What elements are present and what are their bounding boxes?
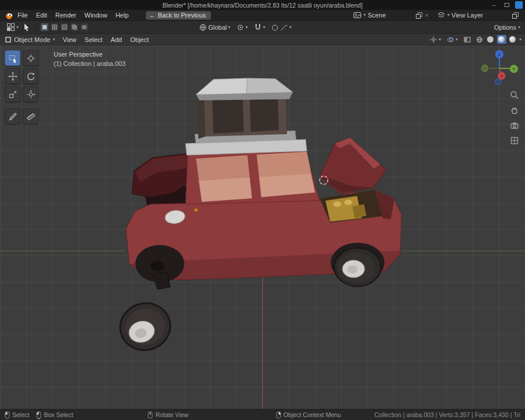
measure-tool[interactable] [23,108,38,124]
view-layer-chevron-icon[interactable]: ▾ [447,13,450,18]
scale-tool[interactable] [5,86,20,102]
annotate-pencil-icon [8,112,18,121]
select-mode-intersect-icon[interactable] [80,23,89,32]
back-to-previous-button[interactable]: ← Back to Previous [146,11,212,20]
menu-object[interactable]: Object [126,36,153,43]
xray-toggle[interactable] [461,35,473,44]
cursor-crosshair-icon [26,54,36,63]
overlays-dropdown[interactable]: ▾ [444,35,460,44]
scene-icon[interactable] [353,11,362,19]
hint-select: Select [5,411,29,419]
scene-stats: Collection | araba.003 | Verts:3,357 | F… [374,411,520,418]
select-mode-set-icon[interactable] [40,23,49,32]
viewport-nav-controls [509,90,520,146]
ortho-toggle-icon[interactable] [509,135,520,146]
maximize-icon [505,3,509,7]
tool-settings-bar: ▾ Global ▾ ▾ ▾ ▾ Options ▾ [0,21,525,34]
active-collection-label: (1) Collection | araba.003 [54,59,125,68]
proportional-circle-icon [271,24,279,32]
select-mode-extend-icon[interactable] [50,23,59,32]
show-gizmo-dropdown[interactable]: ▾ [428,35,443,44]
falloff-curve-icon [280,24,288,32]
mouse-left-drag-icon [36,411,41,419]
shading-wireframe-button[interactable] [475,35,484,44]
menu-add[interactable]: Add [107,36,127,43]
viewport-canvas[interactable] [0,46,525,409]
viewport-header: Object Mode ▾ View Select Add Object ▾ ▾… [0,34,525,46]
menu-window[interactable]: Window [80,12,111,19]
orientation-dropdown[interactable]: Global ▾ [197,23,232,32]
mode-dropdown[interactable]: Object Mode ▾ [4,36,58,43]
view-layer-name[interactable]: View Layer [452,12,483,19]
options-chevron-icon: ▾ [518,25,520,30]
select-mode-invert-icon[interactable] [70,23,79,32]
wireframe-sphere-icon [476,36,483,43]
xray-icon [463,36,471,44]
menu-render[interactable]: Render [51,12,80,19]
editor-type-chevron-icon: ▾ [16,25,19,30]
back-to-previous-label: Back to Previous [158,12,206,19]
menu-select[interactable]: Select [80,36,107,43]
shading-rendered-button[interactable] [508,35,517,44]
gizmo-chevron-icon[interactable]: ▾ [439,37,441,42]
camera-view-icon[interactable] [509,120,520,131]
magnet-icon [254,23,262,32]
cursor-arrow-icon [22,23,31,32]
scene-name[interactable]: Scene [368,12,386,19]
new-view-layer-icon[interactable] [512,12,519,19]
move-tool[interactable] [5,68,20,84]
menu-help[interactable]: Help [111,12,133,19]
menu-file[interactable]: File [13,12,32,19]
unlink-scene-icon[interactable]: × [425,12,428,19]
view-layer-icon[interactable] [437,11,446,19]
separator [36,23,37,32]
maximize-button[interactable] [502,1,512,9]
navigation-gizmo[interactable]: Z Y X [477,49,520,88]
minimize-button[interactable]: – [489,1,499,9]
falloff-chevron-icon[interactable]: ▾ [289,25,292,30]
overlays-chevron-icon[interactable]: ▾ [456,37,458,42]
active-tool-button[interactable] [20,22,33,32]
select-box-tool[interactable] [5,50,20,66]
scene-chevron-icon[interactable]: ▾ [363,13,366,18]
viewport-3d[interactable]: User Perspective (1) Collection | araba.… [0,46,525,409]
shading-solid-button[interactable] [486,35,495,44]
hint-box-select-label: Box Select [44,411,73,418]
titlebar: Blender* [/home/khaynara/Documents/2.83 … [0,0,525,10]
gizmo-z-negative-ball[interactable] [495,79,501,85]
select-mode-subtract-icon[interactable] [60,23,69,32]
mode-label: Object Mode [14,36,50,43]
hint-rotate-view: Rotate View [148,411,188,419]
pan-hand-icon[interactable] [509,105,520,116]
blender-logo-icon[interactable] [5,11,13,20]
transform-icon [26,90,36,99]
shading-chevron-icon[interactable]: ▾ [519,37,522,42]
close-button[interactable] [515,1,523,9]
options-dropdown[interactable]: Options ▾ [494,24,520,31]
gizmo-z-label: Z [498,52,501,57]
mouse-middle-icon [148,411,153,419]
snap-toggle[interactable]: ▾ [252,23,267,32]
pivot-dropdown[interactable]: ▾ [235,23,250,32]
gizmo-x-label: X [500,74,503,79]
rotate-tool[interactable] [23,68,38,84]
back-arrow-icon: ← [149,12,156,19]
car-model[interactable] [126,78,401,289]
editor-type-button[interactable]: ▾ [5,22,20,32]
transform-tool[interactable] [23,86,38,102]
shading-material-button[interactable] [497,35,506,44]
zoom-icon[interactable] [509,90,520,100]
proportional-editing-toggle[interactable]: ▾ [270,23,293,32]
solid-sphere-icon [487,36,494,43]
detached-wheel[interactable] [116,298,176,355]
gizmo-icon [429,36,438,44]
new-scene-icon[interactable] [415,12,423,19]
cursor-tool[interactable] [23,50,38,66]
menu-edit[interactable]: Edit [32,12,51,19]
pivot-point-icon [236,23,244,32]
snap-chevron-icon[interactable]: ▾ [263,25,265,30]
menu-view[interactable]: View [58,36,80,43]
annotate-tool[interactable] [5,108,20,124]
gizmo-y-negative-ball[interactable] [482,65,488,72]
options-label: Options [494,24,516,31]
